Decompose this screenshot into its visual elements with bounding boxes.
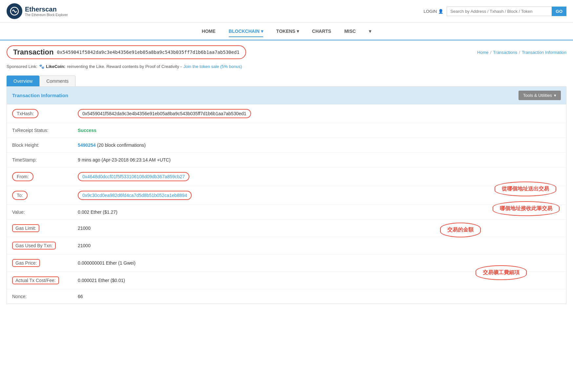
coin-emoji: 🐾 — [39, 64, 44, 69]
annotation-to: 哪個地址接收此筆交易 — [493, 201, 560, 216]
info-panel-header: Transaction Information Tools & Utilitie… — [7, 87, 566, 104]
from-address-link[interactable]: 0x4648d0dccf01f5f533106108d09db367a859cb… — [82, 174, 185, 179]
to-value: 0x9c30cd0ea982d6fd4ca7d5d8b51b052ca1eb88… — [73, 186, 566, 205]
block-number-link[interactable]: 5490254 — [78, 142, 96, 148]
content-area: TxHash: 0x5459041f5842da9c3e4b4356e91eb0… — [7, 104, 566, 304]
search-input[interactable] — [447, 7, 552, 16]
sponsored-link: Sponsored Link: 🐾 LikeCoin: reinventing … — [7, 64, 566, 69]
sponsored-prefix: Sponsored Link: — [7, 64, 37, 69]
breadcrumb: Home / Transactions / Transaction Inform… — [477, 50, 566, 55]
table-row-block: Block Height: 5490254 (20 block confirma… — [7, 138, 566, 153]
gas-used-value: 21000 — [73, 237, 566, 254]
table-row-txhash: TxHash: 0x5459041f5842da9c3e4b4356e91eb0… — [7, 104, 566, 123]
table-row-to: To: 0x9c30cd0ea982d6fd4ca7d5d8b51b052ca1… — [7, 186, 566, 205]
tools-dropdown-icon: ▾ — [554, 93, 556, 98]
table-row-gas-used: Gas Used By Txn: 21000 — [7, 237, 566, 254]
block-value: 5490254 (20 block confirmations) — [73, 138, 566, 153]
logo-icon[interactable] — [7, 3, 22, 19]
breadcrumb-home[interactable]: Home — [477, 50, 489, 55]
logo-area: Etherscan The Ethereum Block Explorer — [7, 3, 68, 19]
tx-hash-header: 0x5459041f5842da9c3e4b4356e91eb05a8ba9c5… — [57, 50, 239, 55]
annotation-value: 交易的金額 — [440, 223, 481, 237]
coin-name: LikeCoin: — [46, 64, 65, 69]
status-value: Success — [73, 123, 566, 138]
gas-price-label: Gas Price: — [7, 254, 73, 272]
block-confirmations: (20 block confirmations) — [97, 142, 146, 148]
table-row-status: TxReceipt Status: Success — [7, 123, 566, 138]
sponsored-cta[interactable]: Join the token sale (5% bonus) — [183, 64, 242, 69]
block-label: Block Height: — [7, 138, 73, 153]
search-go-button[interactable]: GO — [552, 7, 566, 16]
from-label: From: — [7, 167, 73, 186]
table-row-gas-limit: Gas Limit: 21000 — [7, 220, 566, 237]
value-label: Value: — [7, 205, 73, 220]
table-row-value: Value: 0.002 Ether ($1.27) — [7, 205, 566, 220]
page-content: Transaction 0x5459041f5842da9c3e4b4356e9… — [0, 40, 573, 309]
status-label: TxReceipt Status: — [7, 123, 73, 138]
breadcrumb-current: Transaction Information — [522, 50, 566, 55]
tx-header: Transaction 0x5459041f5842da9c3e4b4356e9… — [7, 45, 566, 59]
from-value: 0x4648d0dccf01f5f533106108d09db367a859cb… — [73, 167, 566, 186]
nonce-label: Nonce: — [7, 289, 73, 304]
nav: HOME BLOCKCHAIN ▾ TOKENS ▾ CHARTS MISC ▾ — [0, 23, 573, 40]
table-row-timestamp: TimeStamp: 9 mins ago (Apr-23-2018 06:23… — [7, 153, 566, 167]
timestamp-value: 9 mins ago (Apr-23-2018 06:23:14 AM +UTC… — [73, 153, 566, 167]
tab-comments[interactable]: Comments — [39, 76, 75, 86]
annotation-fee: 交易礦工費細項 — [476, 265, 527, 280]
txhash-label: TxHash: — [7, 104, 73, 123]
timestamp-label: TimeStamp: — [7, 153, 73, 167]
person-icon: 👤 — [438, 9, 443, 14]
info-panel: Transaction Information Tools & Utilitie… — [7, 86, 566, 304]
gas-limit-label: Gas Limit: — [7, 220, 73, 237]
tools-utilities-button[interactable]: Tools & Utilities ▾ — [519, 91, 561, 100]
table-row-nonce: Nonce: 66 — [7, 289, 566, 304]
nav-charts[interactable]: CHARTS — [312, 26, 331, 36]
value-value: 0.002 Ether ($1.27) — [73, 205, 566, 220]
tx-label: Transaction — [13, 48, 53, 56]
logo-subtitle: The Ethereum Block Explorer — [25, 13, 68, 17]
nav-home[interactable]: HOME — [202, 26, 216, 36]
nonce-value: 66 — [73, 289, 566, 304]
info-panel-title: Transaction Information — [12, 93, 68, 98]
to-label: To: — [7, 186, 73, 205]
gas-used-label: Gas Used By Txn: — [7, 237, 73, 254]
nav-misc[interactable]: MISC — [344, 26, 356, 36]
logo-title: Etherscan — [25, 6, 68, 13]
tabs: Overview Comments — [7, 76, 566, 86]
sponsored-desc: reinventing the Like. Reward contents by… — [67, 64, 182, 69]
table-row-from: From: 0x4648d0dccf01f5f533106108d09db367… — [7, 167, 566, 186]
login-button[interactable]: LOGIN 👤 — [424, 9, 443, 14]
breadcrumb-transactions[interactable]: Transactions — [493, 50, 517, 55]
search-box: GO — [447, 7, 566, 16]
tx-title-box: Transaction 0x5459041f5842da9c3e4b4356e9… — [7, 45, 246, 59]
nav-more[interactable]: ▾ — [369, 26, 371, 36]
nav-tokens[interactable]: TOKENS ▾ — [276, 26, 299, 36]
to-address-link[interactable]: 0x9c30cd0ea982d6fd4ca7d5d8b51b052ca1eb88… — [82, 193, 187, 198]
gas-limit-value: 21000 — [73, 220, 566, 237]
nav-blockchain[interactable]: BLOCKCHAIN ▾ — [229, 26, 263, 37]
tab-overview[interactable]: Overview — [7, 76, 39, 86]
actual-fee-label: Actual Tx Cost/Fee: — [7, 272, 73, 289]
logo-text: Etherscan The Ethereum Block Explorer — [25, 6, 68, 17]
tools-label: Tools & Utilities — [523, 93, 552, 98]
header: Etherscan The Ethereum Block Explorer LO… — [0, 0, 573, 23]
annotation-from: 從哪個地址送出交易 — [495, 182, 556, 196]
header-right: LOGIN 👤 GO — [424, 7, 566, 16]
txhash-value: 0x5459041f5842da9c3e4b4356e91eb05a8ba9c5… — [73, 104, 566, 123]
